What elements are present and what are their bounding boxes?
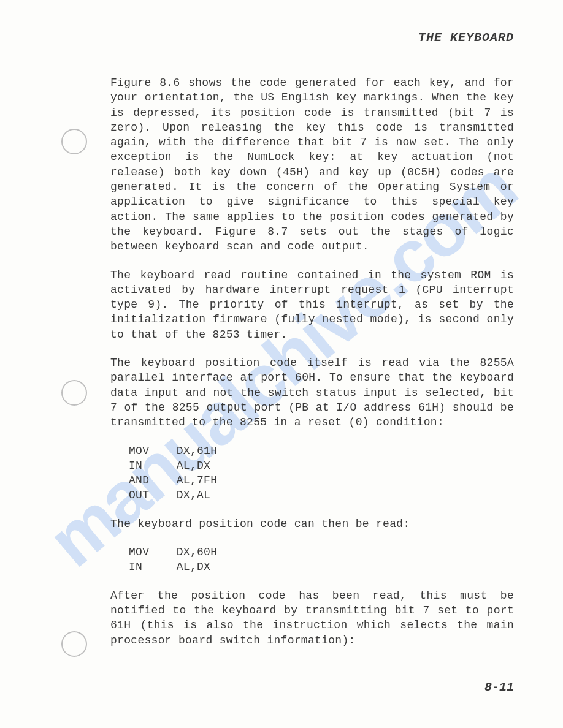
paragraph-2: The keyboard read routine contained in t… <box>110 268 514 342</box>
punch-hole <box>61 380 87 406</box>
page-header: THE KEYBOARD <box>110 31 514 45</box>
punch-hole <box>61 631 87 657</box>
code-block-1: MOV DX,61H IN AL,DX AND AL,7FH OUT DX,AL <box>110 444 514 503</box>
paragraph-3: The keyboard position code itself is rea… <box>110 355 514 430</box>
paragraph-4: The keyboard position code can then be r… <box>110 517 514 531</box>
code-block-2: MOV DX,60H IN AL,DX <box>110 545 514 575</box>
page-content: THE KEYBOARD Figure 8.6 shows the code g… <box>0 0 563 728</box>
paragraph-1: Figure 8.6 shows the code generated for … <box>110 75 514 254</box>
page-number: 8-11 <box>484 680 514 694</box>
paragraph-5: After the position code has been read, t… <box>110 588 514 648</box>
punch-hole <box>61 129 87 154</box>
